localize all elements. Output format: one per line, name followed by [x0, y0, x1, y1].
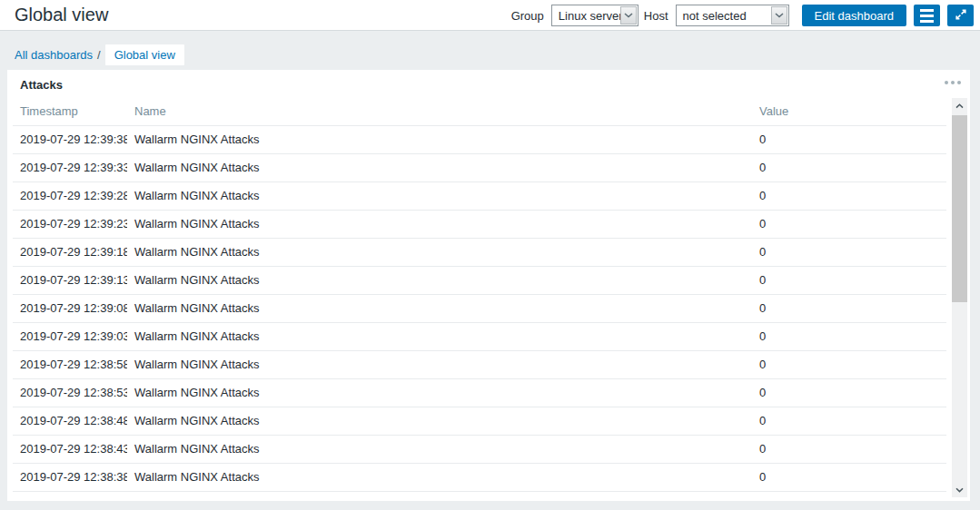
cell-value: 0: [752, 295, 946, 322]
cell-value: 0: [752, 464, 946, 491]
cell-timestamp: 2019-07-29 12:39:38: [13, 126, 127, 153]
table-row: 2019-07-29 12:39:23 Wallarm NGINX Attack…: [13, 211, 946, 239]
cell-value: 0: [752, 407, 946, 435]
chevron-down-icon[interactable]: [952, 482, 967, 497]
host-label: Host: [644, 9, 668, 23]
cell-value: 0: [752, 379, 946, 407]
cell-timestamp: 2019-07-29 12:39:23: [13, 211, 127, 238]
cell-timestamp: 2019-07-29 12:38:58: [13, 351, 127, 378]
cell-name: Wallarm NGINX Attacks: [127, 267, 752, 294]
breadcrumb-global-view[interactable]: Global view: [105, 44, 184, 65]
widget-header: Attacks: [7, 70, 970, 98]
cell-name: Wallarm NGINX Attacks: [127, 379, 752, 407]
table-row: 2019-07-29 12:39:33 Wallarm NGINX Attack…: [13, 154, 946, 182]
cell-timestamp: 2019-07-29 12:38:43: [13, 436, 127, 463]
group-select[interactable]: Linux servers: [551, 5, 638, 26]
cell-timestamp: 2019-07-29 12:38:48: [13, 407, 127, 435]
hamburger-menu-button[interactable]: [914, 5, 940, 26]
chevron-up-icon[interactable]: [952, 98, 967, 113]
column-header-name: Name: [127, 98, 752, 125]
cell-timestamp: 2019-07-29 12:39:08: [13, 295, 127, 322]
table-row: 2019-07-29 12:38:58 Wallarm NGINX Attack…: [13, 351, 946, 379]
column-header-timestamp: Timestamp: [13, 98, 127, 125]
cell-timestamp: 2019-07-29 12:39:03: [13, 323, 127, 350]
chevron-down-icon[interactable]: [620, 6, 637, 25]
dashboard-page: Global view Group Linux servers Host not…: [0, 0, 980, 510]
top-header-bar: Global view Group Linux servers Host not…: [0, 0, 980, 31]
cell-timestamp: 2019-07-29 12:39:28: [13, 182, 127, 210]
table-row: 2019-07-29 12:38:43 Wallarm NGINX Attack…: [13, 436, 946, 464]
table-row: 2019-07-29 12:38:38 Wallarm NGINX Attack…: [13, 464, 946, 492]
cell-value: 0: [752, 323, 946, 350]
attacks-table: Timestamp Name Value 2019-07-29 12:39:38…: [13, 98, 946, 492]
cell-name: Wallarm NGINX Attacks: [127, 407, 752, 435]
table-row: 2019-07-29 12:39:08 Wallarm NGINX Attack…: [13, 295, 946, 323]
cell-timestamp: 2019-07-29 12:39:33: [13, 154, 127, 181]
cell-value: 0: [752, 239, 946, 266]
cell-timestamp: 2019-07-29 12:38:53: [13, 379, 127, 407]
cell-timestamp: 2019-07-29 12:39:13: [13, 267, 127, 294]
ellipsis-icon[interactable]: [945, 81, 961, 84]
cell-value: 0: [752, 154, 946, 181]
expand-arrows-icon: [955, 8, 967, 24]
cell-value: 0: [752, 211, 946, 238]
cell-name: Wallarm NGINX Attacks: [127, 211, 752, 238]
table-row: 2019-07-29 12:39:38 Wallarm NGINX Attack…: [13, 126, 946, 154]
cell-timestamp: 2019-07-29 12:38:38: [13, 464, 127, 491]
cell-value: 0: [752, 267, 946, 294]
dashboard-filter-controls: Group Linux servers Host not selected Ed…: [511, 5, 974, 26]
table-header-row: Timestamp Name Value: [13, 98, 946, 126]
cell-name: Wallarm NGINX Attacks: [127, 464, 752, 491]
table-scrollbar[interactable]: [952, 98, 967, 497]
cell-timestamp: 2019-07-29 12:39:18: [13, 239, 127, 266]
cell-name: Wallarm NGINX Attacks: [127, 295, 752, 322]
cell-value: 0: [752, 351, 946, 378]
cell-value: 0: [752, 126, 946, 153]
edit-dashboard-button[interactable]: Edit dashboard: [802, 5, 906, 26]
cell-name: Wallarm NGINX Attacks: [127, 126, 752, 153]
cell-name: Wallarm NGINX Attacks: [127, 351, 752, 378]
breadcrumb: All dashboards / Global view: [15, 44, 184, 64]
table-row: 2019-07-29 12:39:18 Wallarm NGINX Attack…: [13, 239, 946, 267]
cell-value: 0: [752, 436, 946, 463]
cell-name: Wallarm NGINX Attacks: [127, 154, 752, 181]
table-row: 2019-07-29 12:39:28 Wallarm NGINX Attack…: [13, 182, 946, 211]
cell-name: Wallarm NGINX Attacks: [127, 182, 752, 210]
cell-name: Wallarm NGINX Attacks: [127, 323, 752, 350]
widget-title: Attacks: [20, 78, 63, 92]
table-row: 2019-07-29 12:38:48 Wallarm NGINX Attack…: [13, 407, 946, 436]
cell-name: Wallarm NGINX Attacks: [127, 239, 752, 266]
table-row: 2019-07-29 12:38:53 Wallarm NGINX Attack…: [13, 379, 946, 407]
scrollbar-thumb[interactable]: [952, 115, 967, 302]
breadcrumb-separator: /: [97, 48, 101, 62]
host-select[interactable]: not selected: [676, 5, 789, 26]
chevron-down-icon[interactable]: [771, 6, 787, 25]
group-select-value: Linux servers: [559, 9, 629, 23]
hamburger-icon: [920, 9, 934, 23]
attacks-widget: Attacks Timestamp Name Value 2019-07-29 …: [7, 70, 970, 501]
fullscreen-button[interactable]: [947, 5, 974, 26]
group-label: Group: [511, 9, 544, 23]
breadcrumb-all-dashboards[interactable]: All dashboards: [15, 48, 93, 62]
column-header-value: Value: [752, 98, 946, 125]
cell-value: 0: [752, 182, 946, 210]
table-row: 2019-07-29 12:39:13 Wallarm NGINX Attack…: [13, 267, 946, 295]
page-title: Global view: [15, 5, 108, 25]
table-body: 2019-07-29 12:39:38 Wallarm NGINX Attack…: [13, 126, 946, 492]
host-select-value: not selected: [683, 9, 747, 23]
table-row: 2019-07-29 12:39:03 Wallarm NGINX Attack…: [13, 323, 946, 351]
cell-name: Wallarm NGINX Attacks: [127, 436, 752, 463]
